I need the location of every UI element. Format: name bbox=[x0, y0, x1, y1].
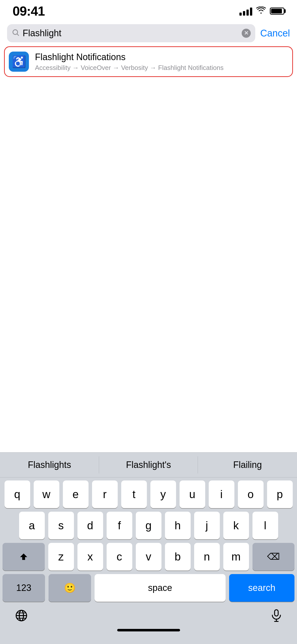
emoji-key[interactable]: 🙂 bbox=[49, 574, 91, 602]
key-e[interactable]: e bbox=[63, 480, 89, 508]
key-row-4: 123 🙂 space search bbox=[3, 574, 294, 602]
result-title: Flashlight Notifications bbox=[35, 52, 288, 62]
key-v[interactable]: v bbox=[136, 543, 161, 571]
space-key[interactable]: space bbox=[95, 574, 225, 602]
key-j[interactable]: j bbox=[194, 512, 220, 539]
key-m[interactable]: m bbox=[223, 543, 249, 571]
cancel-button[interactable]: Cancel bbox=[260, 28, 290, 39]
signal-icon bbox=[239, 7, 252, 16]
key-h[interactable]: h bbox=[165, 512, 191, 539]
globe-icon[interactable] bbox=[15, 609, 28, 625]
search-bar-container: Flashlight ✕ Cancel bbox=[0, 20, 297, 46]
key-s[interactable]: s bbox=[48, 512, 74, 539]
status-icons bbox=[239, 6, 284, 16]
status-time: 09:41 bbox=[13, 4, 45, 19]
delete-icon: ⌫ bbox=[267, 551, 280, 562]
key-l[interactable]: l bbox=[252, 512, 278, 539]
key-rows: q w e r t y u i o p a s d f g h j k l bbox=[0, 477, 297, 604]
key-c[interactable]: c bbox=[107, 543, 132, 571]
key-a[interactable]: a bbox=[19, 512, 45, 539]
key-k[interactable]: k bbox=[223, 512, 249, 539]
autocomplete-bar: Flashlights Flashlight's Flailing bbox=[0, 452, 297, 477]
search-clear-button[interactable]: ✕ bbox=[242, 29, 251, 38]
key-row-2: a s d f g h j k l bbox=[3, 512, 294, 539]
delete-key[interactable]: ⌫ bbox=[252, 543, 295, 571]
clear-icon: ✕ bbox=[244, 30, 248, 36]
key-t[interactable]: t bbox=[121, 480, 147, 508]
key-n[interactable]: n bbox=[194, 543, 220, 571]
shift-key[interactable] bbox=[3, 543, 45, 571]
key-o[interactable]: o bbox=[238, 480, 264, 508]
home-indicator bbox=[0, 629, 297, 636]
key-x[interactable]: x bbox=[77, 543, 103, 571]
key-i[interactable]: i bbox=[209, 480, 234, 508]
autocomplete-item-1[interactable]: Flashlight's bbox=[99, 453, 198, 477]
search-icon bbox=[12, 28, 20, 38]
result-breadcrumb: Accessibility → VoiceOver → Verbosity → … bbox=[35, 64, 288, 72]
main-content bbox=[0, 77, 297, 296]
accessibility-icon: ♿ bbox=[9, 52, 29, 72]
key-row-3: z x c v b n m ⌫ bbox=[3, 543, 294, 571]
battery-icon bbox=[270, 8, 284, 15]
key-b[interactable]: b bbox=[165, 543, 191, 571]
wifi-icon bbox=[256, 6, 266, 16]
keyboard: Flashlights Flashlight's Flailing q w e … bbox=[0, 452, 297, 644]
key-r[interactable]: r bbox=[92, 480, 118, 508]
search-key[interactable]: search bbox=[229, 574, 294, 602]
result-text: Flashlight Notifications Accessibility →… bbox=[35, 52, 288, 72]
home-bar bbox=[117, 629, 180, 631]
microphone-icon[interactable] bbox=[271, 609, 282, 625]
key-f[interactable]: f bbox=[107, 512, 132, 539]
svg-rect-3 bbox=[275, 610, 278, 616]
key-p[interactable]: p bbox=[267, 480, 293, 508]
key-z[interactable]: z bbox=[48, 543, 74, 571]
bottom-bar bbox=[0, 604, 297, 629]
key-g[interactable]: g bbox=[136, 512, 161, 539]
key-d[interactable]: d bbox=[77, 512, 103, 539]
key-w[interactable]: w bbox=[34, 480, 59, 508]
search-bar[interactable]: Flashlight ✕ bbox=[7, 24, 255, 42]
key-row-1: q w e r t y u i o p bbox=[3, 480, 294, 508]
search-results: ♿ Flashlight Notifications Accessibility… bbox=[0, 46, 297, 77]
accessibility-symbol: ♿ bbox=[12, 55, 26, 68]
autocomplete-item-0[interactable]: Flashlights bbox=[0, 453, 99, 477]
status-bar: 09:41 bbox=[0, 0, 297, 20]
key-y[interactable]: y bbox=[150, 480, 176, 508]
result-item-flashlight-notifications[interactable]: ♿ Flashlight Notifications Accessibility… bbox=[4, 46, 293, 77]
key-q[interactable]: q bbox=[5, 480, 30, 508]
search-input[interactable]: Flashlight bbox=[23, 28, 239, 38]
autocomplete-item-2[interactable]: Flailing bbox=[198, 453, 297, 477]
key-u[interactable]: u bbox=[180, 480, 205, 508]
numbers-key[interactable]: 123 bbox=[3, 574, 45, 602]
emoji-icon: 🙂 bbox=[64, 582, 76, 593]
